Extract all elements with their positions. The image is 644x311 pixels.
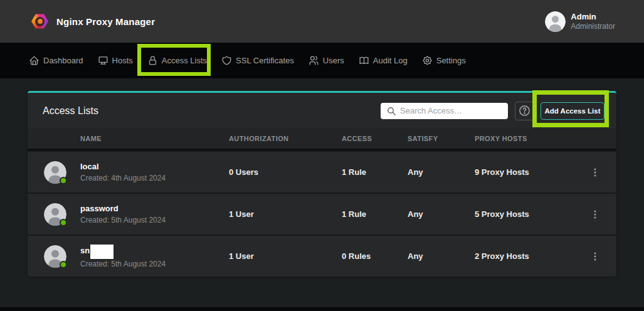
redaction-box (90, 245, 113, 259)
monitor-icon (98, 55, 108, 66)
cell-access: 0 Rules (342, 251, 408, 261)
nav-audit-log[interactable]: Audit Log (359, 55, 408, 66)
access-list-created: Created: 5th August 2024 (80, 215, 166, 226)
search-input[interactable] (381, 103, 508, 119)
nav-users[interactable]: Users (309, 55, 344, 66)
user-avatar (545, 11, 566, 32)
column-header-proxy-hosts: PROXY HOSTS (475, 135, 590, 142)
users-icon (309, 55, 319, 66)
search-icon (386, 106, 396, 119)
access-list-created: Created: 4th August 2024 (80, 173, 166, 184)
gear-icon (422, 55, 433, 66)
nav-hosts[interactable]: Hosts (98, 55, 133, 66)
access-list-name: sn (80, 243, 166, 258)
panel-title: Access Lists (43, 105, 98, 117)
table-header: NAME AUTHORIZATION ACCESS SATISFY PROXY … (28, 129, 616, 150)
access-list-name: local (80, 161, 166, 172)
nav-ssl-certificates[interactable]: SSL Certificates (221, 55, 294, 66)
column-header-satisfy: SATISFY (408, 135, 475, 142)
row-avatar (44, 161, 66, 184)
access-list-created: Created: 5th August 2024 (80, 259, 166, 270)
row-menu-button[interactable] (590, 209, 616, 219)
cell-proxy-hosts: 2 Proxy Hosts (475, 251, 590, 261)
content-area: Access Lists Add Access List NAME AUTHOR… (0, 78, 644, 277)
app-title: Nginx Proxy Manager (56, 16, 155, 27)
cell-proxy-hosts: 5 Proxy Hosts (475, 209, 590, 219)
status-online-dot (60, 219, 67, 226)
main-nav: Dashboard Hosts Access Lists SSL Certifi… (0, 43, 644, 78)
column-header-name: NAME (28, 135, 229, 142)
nav-dashboard[interactable]: Dashboard (29, 55, 83, 66)
user-role: Administrator (571, 22, 615, 31)
cell-authorization: 1 User (229, 251, 342, 261)
cell-proxy-hosts: 9 Proxy Hosts (475, 167, 590, 177)
column-header-authorization: AUTHORIZATION (229, 135, 342, 142)
column-header-access: ACCESS (342, 135, 408, 142)
table-row[interactable]: sn Created: 5th August 2024 1 User 0 Rul… (28, 235, 616, 277)
cell-access: 1 Rule (342, 167, 408, 177)
user-menu[interactable]: Admin Administrator (545, 11, 615, 32)
user-name: Admin (571, 12, 615, 22)
search-box (381, 103, 508, 119)
cell-satisfy: Any (408, 209, 475, 219)
table-row[interactable]: local Created: 4th August 2024 0 Users 1… (28, 150, 616, 192)
nav-settings[interactable]: Settings (422, 55, 466, 66)
status-online-dot (60, 261, 67, 268)
access-list-name: password (80, 203, 166, 214)
help-button[interactable] (515, 102, 534, 120)
book-icon (359, 55, 369, 66)
row-avatar (44, 245, 66, 268)
footer-strip (0, 307, 644, 311)
cell-authorization: 0 Users (229, 167, 342, 177)
lock-icon (147, 55, 158, 66)
app-header: Nginx Proxy Manager Admin Administrator (0, 0, 644, 43)
nav-access-lists[interactable]: Access Lists (147, 55, 207, 66)
row-menu-button[interactable] (590, 251, 616, 261)
shield-icon (221, 55, 232, 66)
app-logo-icon (31, 13, 48, 30)
row-avatar (44, 203, 66, 226)
access-lists-panel: Access Lists Add Access List NAME AUTHOR… (28, 91, 616, 277)
cell-satisfy: Any (408, 167, 475, 177)
cell-satisfy: Any (408, 251, 475, 261)
table-row[interactable]: password Created: 5th August 2024 1 User… (28, 192, 616, 235)
status-online-dot (60, 177, 67, 184)
cell-access: 1 Rule (342, 209, 408, 219)
home-icon (29, 55, 40, 66)
row-menu-button[interactable] (590, 167, 616, 177)
add-access-list-button[interactable]: Add Access List (541, 102, 604, 120)
cell-authorization: 1 User (229, 209, 342, 219)
